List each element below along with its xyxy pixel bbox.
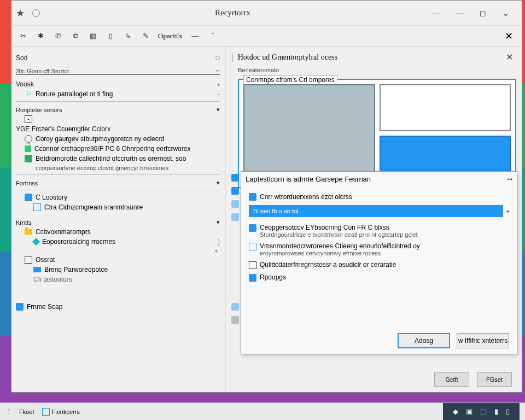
dialog: Laptestlcorn is adrnte Garsepe Fesrnan ⤢… (241, 171, 517, 354)
voosk-label: Voosk (16, 80, 34, 88)
fortnss-label: Fortrnss (16, 180, 38, 186)
radio-icon[interactable] (25, 135, 32, 143)
window-buttons: Gctft FGset (434, 372, 512, 387)
dialog-secondary-button[interactable]: w Iffifric xnteterrs (457, 333, 509, 348)
ronpitor-label: Ronptetor senors (16, 107, 62, 113)
save-icon (16, 303, 24, 311)
notify-icon[interactable]: ◻ (471, 5, 494, 21)
titlebar: ★ Recyrtorrx — — ◻ ⌄ (11, 1, 522, 26)
tool-call-icon[interactable]: ↳ (120, 28, 136, 44)
left-panel: Sod 20c Gonn cff Srortcr ⌐ Voosk ▾ ⚐ Ror… (11, 46, 226, 392)
folder-icon (25, 229, 32, 235)
dialog-input[interactable] (249, 205, 503, 217)
app-icon (42, 408, 50, 416)
stortor-field[interactable]: 20c Gonn cff Srortcr ⌐ (16, 63, 220, 75)
mini-sidebar (230, 174, 241, 324)
tray-icon-2[interactable]: ▣ (466, 407, 472, 416)
sod-label: Sod (16, 54, 27, 62)
chevron-down-icon[interactable]: ▾ (217, 219, 220, 226)
ccbvox-row[interactable]: Ccbvoxnmaromprs (16, 228, 220, 236)
tool-column-icon[interactable]: ▥ (85, 28, 101, 44)
minus-box-icon[interactable]: - (25, 115, 32, 123)
dialog-expand-icon[interactable]: ⤢ (505, 174, 515, 184)
tool-phone-icon[interactable]: ✆ (50, 28, 66, 44)
dialog-primary-button[interactable]: Adosg (398, 333, 450, 348)
blue-folder-icon (33, 267, 41, 272)
tool-cut-icon[interactable]: ✂ (15, 28, 31, 44)
green-square-icon (25, 155, 32, 162)
chev-down-icon[interactable]: ⌄ (494, 5, 517, 21)
frame-scap-row[interactable]: Frnme Scap (16, 303, 220, 311)
brenq-row[interactable]: Brenq Parworeopotce (16, 266, 220, 273)
tray-icon-3[interactable]: ⬚ (480, 407, 487, 416)
box-icon (25, 256, 32, 264)
chevron-down-icon[interactable]: ▾ (217, 106, 220, 113)
tray-icon-5[interactable]: ▯ (506, 407, 510, 416)
right-subtitle: Beneateromato (231, 67, 516, 73)
panel-close-icon[interactable]: ✕ (503, 51, 516, 63)
confirm-button[interactable]: Gctft (434, 372, 469, 387)
tool-mobile-icon[interactable]: ▯ (102, 28, 119, 44)
blue-box-icon[interactable] (249, 243, 256, 250)
chevron-down-icon[interactable]: ▾ (217, 81, 220, 88)
ospat-row[interactable]: Ossrat (16, 256, 220, 264)
opacity-label: Opactilx (158, 32, 183, 40)
taskbar: ⋮ Fkoet Fienkcerrs ◆ ▣ ⬚ ▮ ▯ (0, 402, 525, 420)
mini-icon-1[interactable] (231, 174, 239, 182)
tool-minus-icon[interactable]: — (187, 28, 203, 44)
chevron-down-icon[interactable]: ▾ (217, 179, 220, 186)
tray-icon-1[interactable]: ◆ (453, 407, 458, 416)
taskbar-item-2[interactable]: Fienkcerrs (42, 408, 80, 416)
right-title: Hotdoc ud Gmentorptylral ocess (238, 53, 337, 62)
taskbar-item-1[interactable]: Fkoet (19, 409, 34, 415)
c-loostory-row[interactable]: C Loostory (16, 194, 220, 201)
box-icon[interactable] (249, 261, 256, 269)
tool-devices-icon[interactable]: ⧉ (67, 28, 84, 44)
star-icon[interactable]: ★ (16, 7, 25, 19)
mini-icon-2[interactable] (231, 187, 239, 195)
blue-square-icon (25, 194, 32, 201)
globe-icon (32, 9, 40, 17)
tag-icon (32, 238, 40, 246)
tool-bug-icon[interactable]: ✱ (32, 28, 49, 44)
pane-top-left[interactable] (380, 84, 511, 131)
mini-icon-3[interactable] (231, 200, 239, 208)
pane-right[interactable] (243, 84, 375, 183)
system-tray: ◆ ▣ ⬚ ▮ ▯ (443, 403, 520, 420)
eopsrt-row[interactable]: Eoposroroalcing rrocrnes) (16, 238, 220, 246)
blue-square-icon[interactable] (249, 274, 256, 282)
flag-icon: ⚐ (25, 90, 32, 98)
mini-icon-6[interactable] (231, 316, 239, 324)
tool-pen-icon[interactable]: ✎ (137, 28, 154, 44)
toolbar: ✂ ✱ ✆ ⧉ ▥ ▯ ↳ ✎ Opactilx — ˆ ✕ (11, 26, 522, 46)
close-button[interactable]: ✕ (499, 30, 518, 42)
ctra-row[interactable]: Ctra Cidnzcmgreain sranmtrsunre (16, 203, 220, 211)
blue-square-icon (249, 193, 256, 201)
canvas-title: Conmnps cfrom's Crl ompores (243, 75, 337, 84)
rorure-row[interactable]: ⚐ Rorure patrallogel or ti fing - (16, 90, 220, 98)
blue-box-icon (33, 203, 41, 211)
lock-icon (25, 145, 31, 152)
tray-icon-4[interactable]: ▮ (494, 407, 498, 416)
krntts-label: Krntts (16, 219, 32, 226)
minimize-button[interactable]: — (425, 5, 448, 21)
cfi-row[interactable]: Cfi tastootors (16, 276, 220, 283)
tool-caret-icon[interactable]: ˆ (205, 28, 221, 44)
dialog-title: Laptestlcorn is adrnte Garsepe Fesrnan (246, 175, 371, 183)
status-dot-icon (215, 56, 220, 60)
mini-icon-4[interactable] (231, 213, 239, 221)
cancel-button[interactable]: FGset (477, 372, 512, 387)
restore-button[interactable]: — (448, 5, 471, 21)
mini-icon-5[interactable] (231, 303, 239, 311)
app-title: Recyrtorrx (40, 8, 425, 18)
divider-icon: | (231, 53, 234, 62)
blue-square-icon[interactable] (249, 224, 256, 232)
yge-title: YGE Frczer's Ccuemgtler Cclorx (16, 125, 220, 133)
chevron-down-icon[interactable]: ▾ (506, 208, 509, 214)
